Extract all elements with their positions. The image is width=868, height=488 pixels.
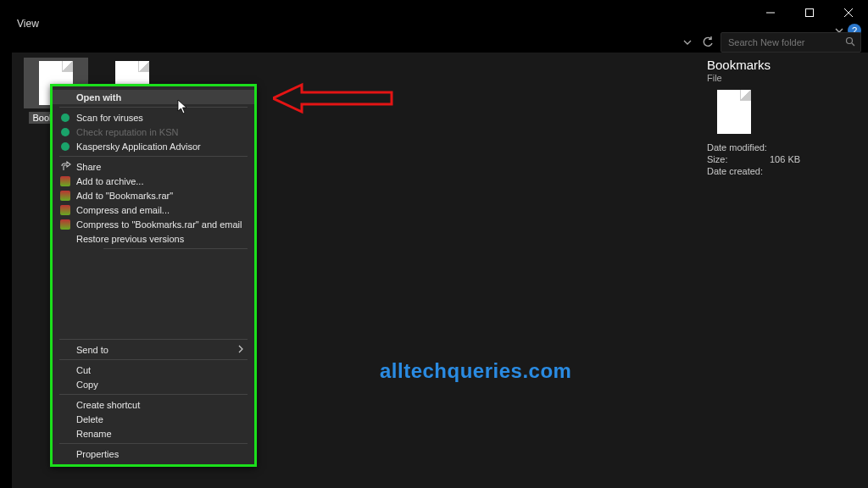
menu-restore-previous[interactable]: Restore previous versions xyxy=(53,231,254,246)
maximize-button[interactable] xyxy=(790,0,829,25)
menu-kaspersky-advisor[interactable]: Kaspersky Application Advisor xyxy=(53,139,254,153)
title-bar xyxy=(0,0,868,25)
svg-point-4 xyxy=(847,37,853,43)
menu-separator xyxy=(59,443,248,444)
archive-icon xyxy=(59,204,71,216)
close-button[interactable] xyxy=(829,0,868,25)
antivirus-icon xyxy=(59,126,71,138)
details-title: Bookmarks xyxy=(707,58,856,72)
view-tab[interactable]: View xyxy=(8,16,47,31)
menu-copy[interactable]: Copy xyxy=(53,377,254,391)
share-icon xyxy=(59,161,71,173)
details-size: Size: 106 KB xyxy=(707,154,856,164)
details-date-created: Date created: xyxy=(707,166,856,176)
refresh-button[interactable] xyxy=(700,35,715,50)
archive-icon xyxy=(59,219,71,230)
menu-bar: View xyxy=(8,15,47,32)
toolbar xyxy=(0,32,868,53)
search-input[interactable] xyxy=(726,36,832,48)
menu-cut[interactable]: Cut xyxy=(53,363,254,377)
svg-line-5 xyxy=(852,43,854,46)
menu-separator xyxy=(59,107,248,108)
menu-check-reputation[interactable]: Check reputation in KSN xyxy=(53,125,254,139)
menu-blank-region xyxy=(53,252,254,336)
archive-icon xyxy=(59,190,71,202)
window-controls xyxy=(751,0,868,25)
menu-add-archive[interactable]: Add to archive... xyxy=(53,174,254,188)
context-menu: Open with Scan for viruses Check reputat… xyxy=(50,84,257,467)
menu-send-to[interactable]: Send to xyxy=(53,342,254,357)
svg-rect-1 xyxy=(806,9,814,17)
menu-compress-email[interactable]: Compress and email... xyxy=(53,202,254,217)
minimize-button[interactable] xyxy=(751,0,790,25)
menu-properties[interactable]: Properties xyxy=(53,446,254,461)
menu-separator xyxy=(59,394,248,395)
menu-separator xyxy=(59,359,248,360)
search-icon xyxy=(845,36,855,49)
menu-scan-viruses[interactable]: Scan for viruses xyxy=(53,110,254,125)
menu-add-bookmarks-rar[interactable]: Add to "Bookmarks.rar" xyxy=(53,188,254,202)
details-date-modified: Date modified: xyxy=(707,142,856,152)
menu-separator xyxy=(103,248,248,249)
details-type: File xyxy=(707,73,856,83)
view-options-chevron-icon[interactable] xyxy=(680,35,695,50)
antivirus-icon xyxy=(59,141,71,152)
search-box[interactable] xyxy=(721,32,861,53)
menu-create-shortcut[interactable]: Create shortcut xyxy=(53,397,254,412)
archive-icon xyxy=(59,175,71,187)
menu-compress-bookmarks-email[interactable]: Compress to "Bookmarks.rar" and email xyxy=(53,217,254,231)
menu-separator xyxy=(59,156,248,157)
menu-share[interactable]: Share xyxy=(53,159,254,174)
watermark-text: alltechqueries.com xyxy=(380,359,571,383)
menu-open-with[interactable]: Open with xyxy=(53,90,254,104)
details-preview-icon xyxy=(717,90,751,134)
antivirus-icon xyxy=(59,112,71,124)
menu-rename[interactable]: Rename xyxy=(53,426,254,441)
details-pane: Bookmarks File Date modified: Size: 106 … xyxy=(707,58,856,178)
menu-separator xyxy=(59,339,248,340)
chevron-right-icon xyxy=(237,345,244,355)
menu-delete[interactable]: Delete xyxy=(53,412,254,426)
